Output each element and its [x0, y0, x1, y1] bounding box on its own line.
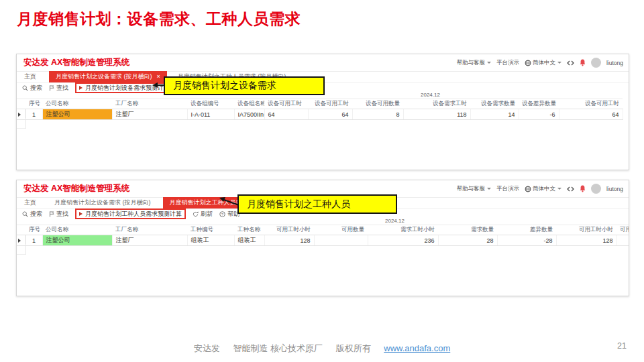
flag-icon [49, 211, 54, 217]
chevron-down-icon [487, 62, 491, 64]
column-header: 公司名称 [42, 225, 112, 235]
footer-link[interactable]: www.andafa.com [384, 343, 450, 353]
column-header: 设备可用数量 [352, 99, 403, 109]
table-cell [616, 235, 629, 246]
footer-rights: 版权所有 [336, 343, 371, 353]
annotation-callout: 月度销售计划之工种人员 [237, 194, 397, 214]
username: liutong [606, 186, 623, 192]
table-row: 1注塑公司注塑厂组装工组装工12823628-28128 [17, 235, 629, 246]
row-gutter-header [17, 225, 25, 235]
platform-demo-link[interactable]: 平台演示 [496, 59, 519, 67]
table-cell: 64 [264, 109, 308, 120]
empty-gutter-cell [17, 244, 26, 255]
column-header: 序号 [25, 225, 42, 235]
table-cell: 118 [403, 109, 470, 120]
help-menu[interactable]: 帮助与客服 [456, 59, 491, 67]
table-cell: 注塑厂 [112, 109, 187, 120]
help-button[interactable]: ? 帮助 [219, 210, 239, 219]
search-button[interactable]: 搜索 [22, 84, 42, 93]
data-grid: 2024.12序号公司名称工厂名称设备组编号设备组名称设备可用工时设备可用工时设… [17, 92, 629, 169]
table-row: 1注塑公司注塑厂I-A-011IA7500IIn-J6464811814-664 [17, 109, 623, 120]
table-cell: 注塑公司 [42, 235, 112, 246]
column-header: 可用工时小时 [556, 225, 616, 235]
tab-equipment-demand[interactable]: 月度销售计划之设备需求 (按月横向) × [49, 71, 167, 82]
table-cell: 28 [438, 235, 497, 246]
play-icon [79, 86, 83, 90]
fullscreen-icon[interactable] [567, 60, 574, 66]
table-cell: 128 [556, 235, 616, 246]
search-icon [22, 85, 28, 91]
row-gutter-header [17, 99, 25, 109]
footer-company: 安达发 [194, 343, 220, 353]
slide-title: 月度销售计划：设备需求、工种人员需求 [17, 9, 301, 29]
data-grid: 2024.12序号公司名称工厂名称工种编号工种名称可用工时小时可用数量需求工时小… [17, 218, 629, 295]
tab-home[interactable]: 主页 [17, 197, 44, 208]
table-cell: 128 [264, 235, 314, 246]
platform-demo-link[interactable]: 平台演示 [496, 185, 519, 193]
column-header: 设备差异数量 [519, 99, 559, 109]
help-icon: ? [219, 211, 225, 217]
table-cell: 注塑厂 [112, 235, 187, 246]
table-cell: 注塑公司 [42, 109, 112, 120]
search-button[interactable]: 搜索 [22, 210, 42, 219]
column-header: 需求工时小时 [368, 225, 438, 235]
table-cell: 组装工 [187, 235, 234, 246]
fullscreen-icon[interactable] [567, 186, 574, 192]
column-header: 设备可用工时 [308, 99, 352, 109]
table-cell: -28 [497, 235, 556, 246]
app-window-worker-demand: 安达发 AX智能制造管理系统 帮助与客服 平台演示 简体中文 liutong 主… [16, 180, 629, 296]
table-cell [314, 235, 368, 246]
search-icon [22, 211, 28, 217]
refresh-button[interactable]: 刷新 [193, 210, 213, 219]
notification-bell-icon[interactable] [580, 185, 586, 192]
column-header: 可用数量 [314, 225, 368, 235]
close-icon[interactable]: × [157, 74, 160, 80]
data-table: 2024.12序号公司名称工厂名称工种编号工种名称可用工时小时可用数量需求工时小… [17, 218, 629, 246]
table-cell: 64 [559, 109, 623, 120]
table-cell: 14 [470, 109, 519, 120]
header-utilities: 帮助与客服 平台演示 简体中文 liutong [456, 58, 623, 68]
table-cell: IA7500IIn-J [234, 109, 264, 120]
find-button[interactable]: 查找 [49, 84, 68, 93]
row-marker-icon [18, 239, 21, 243]
language-menu[interactable]: 简体中文 [525, 59, 561, 67]
table-cell: 8 [352, 109, 403, 120]
column-header: 工种名称 [234, 225, 264, 235]
tab-equipment-demand[interactable]: 月度销售计划之设备需求 (按月横向) [48, 197, 158, 208]
table-cell: 1 [25, 235, 42, 246]
column-header: 可用工时小时 [264, 225, 314, 235]
column-header: 设备可用工时 [559, 99, 623, 109]
tab-home[interactable]: 主页 [17, 71, 44, 82]
column-header: 可用数量 [616, 225, 629, 235]
header-utilities: 帮助与客服 平台演示 简体中文 liutong [456, 184, 623, 194]
column-header: 设备需求数量 [470, 99, 519, 109]
play-icon [79, 212, 83, 216]
page-number: 21 [617, 341, 627, 351]
language-menu[interactable]: 简体中文 [525, 185, 561, 193]
data-table: 2024.12序号公司名称工厂名称设备组编号设备组名称设备可用工时设备可用工时设… [17, 92, 623, 120]
presentation-slide: { "slide": { "title": "月度销售计划：设备需求、工种人员需… [0, 0, 644, 362]
app-header: 安达发 AX智能制造管理系统 帮助与客服 平台演示 简体中文 liutong [17, 54, 629, 72]
column-header: 工厂名称 [112, 99, 187, 109]
row-marker-icon [18, 113, 21, 117]
chevron-down-icon [487, 188, 491, 190]
user-avatar[interactable] [591, 184, 601, 194]
username: liutong [606, 60, 623, 66]
table-cell: 236 [368, 235, 438, 246]
help-menu[interactable]: 帮助与客服 [456, 185, 491, 193]
user-avatar[interactable] [591, 58, 601, 68]
notification-bell-icon[interactable] [580, 59, 586, 66]
chevron-down-icon [557, 62, 561, 64]
table-cell: 1 [25, 109, 42, 120]
app-title: 安达发 AX智能制造管理系统 [23, 57, 129, 68]
column-header: 序号 [25, 99, 42, 109]
footer-tagline: 智能制造 核心技术原厂 [233, 343, 323, 353]
empty-gutter-cell [17, 118, 26, 129]
globe-icon [525, 186, 531, 192]
find-button[interactable]: 查找 [49, 210, 68, 219]
month-group-label: 2024.12 [368, 218, 629, 225]
column-header: 差异数量 [497, 225, 556, 235]
month-group-label: 2024.12 [403, 92, 623, 99]
column-header: 设备需求工时 [403, 99, 470, 109]
app-title: 安达发 AX智能制造管理系统 [23, 183, 129, 194]
